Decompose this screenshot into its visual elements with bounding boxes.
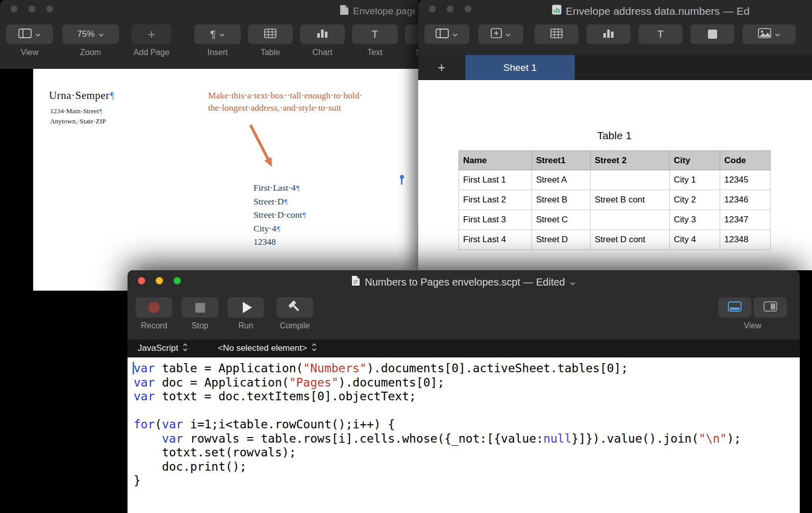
close-button[interactable] [10, 5, 18, 13]
view-side-pane-toggle[interactable] [753, 297, 787, 318]
sender-street[interactable]: 1234·Main·Street¶ [50, 107, 102, 115]
pages-add-page-button[interactable]: + [132, 24, 171, 44]
numbers-shape-button[interactable] [691, 24, 734, 44]
annotation-arrow [243, 120, 289, 178]
code-line[interactable]: var doc = Application("Pages").documents… [134, 376, 800, 390]
table-cell[interactable] [591, 170, 670, 190]
recipient-line: City·4¶ [253, 222, 306, 236]
table-cell[interactable]: Street B cont [591, 190, 670, 210]
code-line[interactable]: var table = Application("Numbers").docum… [134, 362, 800, 376]
table-cell[interactable]: First Last 4 [459, 230, 532, 250]
code-line[interactable]: for(var i=1;i<table.rowCount();i++) { [134, 418, 800, 432]
table-cell[interactable]: 12346 [720, 190, 771, 210]
compile-button[interactable] [276, 297, 313, 318]
table-title[interactable]: Table 1 [459, 130, 770, 142]
table-cell[interactable]: City 2 [670, 190, 720, 210]
table-cell[interactable]: Street D cont [591, 230, 670, 250]
code-editor[interactable]: var table = Application("Numbers").docum… [128, 357, 800, 513]
run-button[interactable] [227, 297, 264, 318]
numbers-chart-button[interactable] [587, 24, 630, 44]
column-header[interactable]: Street 2 [591, 151, 670, 170]
pages-view-label: View [6, 48, 53, 57]
table-cell[interactable] [591, 210, 670, 230]
table-row: First Last 1Street ACity 112345 [459, 170, 771, 190]
script-document-icon [351, 275, 360, 289]
code-line[interactable]: doc.print(); [134, 460, 800, 474]
numbers-media-button[interactable] [743, 24, 796, 44]
table-cell[interactable]: First Last 3 [459, 210, 532, 230]
table-cell[interactable]: 12345 [720, 170, 771, 190]
table-cell[interactable]: 12348 [720, 230, 771, 250]
pages-zoom-button[interactable]: 75% [62, 24, 119, 44]
numbers-view-button[interactable] [424, 24, 469, 44]
add-sheet-button[interactable]: + [418, 55, 465, 80]
sender-city[interactable]: Anytown,·State·ZIP [50, 117, 106, 125]
view-bottom-pane-toggle[interactable] [718, 297, 751, 318]
element-selector[interactable]: <No selected element> [218, 340, 317, 357]
language-selector[interactable]: JavaScript [138, 340, 188, 357]
zoom-window-button[interactable] [464, 5, 472, 13]
pages-window: Envelope.pages View 75% Zoom + Add Page [0, 0, 418, 291]
side-pane-icon [764, 301, 777, 314]
bar-chart-icon [316, 28, 328, 40]
recipient-address-block[interactable]: First·Last·4¶Street·D¶Street·D·cont¶City… [253, 182, 306, 249]
sender-name[interactable]: Urna·Semper¶ [49, 89, 114, 102]
pages-chart-button[interactable] [300, 24, 345, 44]
code-line[interactable]: var totxt = doc.textItems[0].objectText; [134, 390, 800, 404]
column-header[interactable]: Name [459, 151, 532, 170]
close-button[interactable] [428, 5, 436, 13]
table-cell[interactable]: Street A [532, 170, 591, 190]
text-anchor-pin[interactable] [401, 178, 402, 185]
sheet-tab[interactable]: Sheet 1 [465, 55, 575, 80]
table-cell[interactable]: First Last 1 [459, 170, 532, 190]
recipient-zip: 12348 [253, 236, 306, 249]
stop-button[interactable] [182, 297, 218, 318]
table-cell[interactable]: Street C [532, 210, 591, 230]
media-photo-icon [758, 28, 771, 40]
table-cell[interactable]: City 4 [670, 230, 720, 250]
table-cell[interactable]: City 3 [670, 210, 720, 230]
pages-view-button[interactable] [6, 24, 53, 44]
zoom-window-button[interactable] [46, 5, 54, 13]
pages-document-icon [340, 5, 349, 18]
table-cell[interactable]: Street D [532, 230, 591, 250]
table-cell[interactable]: City 1 [670, 170, 720, 190]
pages-table-label: Table [248, 48, 293, 57]
minimize-button[interactable] [446, 5, 454, 13]
table-cell[interactable]: First Last 2 [459, 190, 532, 210]
record-button[interactable] [136, 297, 172, 318]
numbers-insert-button[interactable] [478, 24, 523, 44]
code-line[interactable]: } [134, 474, 800, 488]
text-cursor [133, 362, 134, 374]
recipient-line: Street·D·cont¶ [253, 209, 306, 222]
hammer-icon [288, 300, 302, 315]
chevron-down-icon [775, 30, 780, 39]
pages-text-button[interactable]: T [352, 24, 398, 44]
numbers-document-icon [552, 5, 562, 17]
numbers-window-title: Envelope address data.numbers — Edited [552, 5, 750, 17]
view-panel-icon [18, 29, 32, 40]
table-row: First Last 4Street DStreet D contCity 41… [459, 230, 771, 250]
column-header[interactable]: City [670, 151, 720, 170]
instruction-text-box[interactable]: Make·this·a·text·box··tall·enough·to·hol… [208, 89, 417, 114]
address-table[interactable]: NameStreet1Street 2CityCodeFirst Last 1S… [459, 150, 771, 250]
pages-text-label: Text [352, 48, 398, 57]
table-cell[interactable]: 12347 [720, 210, 771, 230]
zoom-value: 75% [77, 29, 94, 39]
column-header[interactable]: Code [720, 151, 771, 170]
code-line[interactable] [134, 404, 800, 418]
pages-table-button[interactable] [248, 24, 293, 44]
pages-insert-button[interactable]: ¶ [194, 24, 241, 44]
numbers-table-button[interactable] [535, 24, 578, 44]
minimize-button[interactable] [28, 5, 36, 13]
code-line[interactable]: totxt.set(rowvals); [134, 446, 800, 460]
stop-label: Stop [182, 321, 218, 330]
script-window-title-text: Numbers to Pages envelopes.scpt — Edited [365, 276, 565, 288]
title-chevron-down-icon[interactable] [570, 276, 576, 288]
pages-document-canvas[interactable]: Urna·Semper¶ 1234·Main·Street¶ Anytown,·… [33, 69, 418, 291]
code-line[interactable]: var rowvals = table.rows[i].cells.whose(… [134, 432, 800, 446]
column-header[interactable]: Street1 [532, 151, 591, 170]
numbers-text-button[interactable]: T [639, 24, 682, 44]
table-cell[interactable]: Street B [532, 190, 591, 210]
spreadsheet-canvas[interactable]: Table 1 NameStreet1Street 2CityCodeFirst… [418, 80, 812, 270]
